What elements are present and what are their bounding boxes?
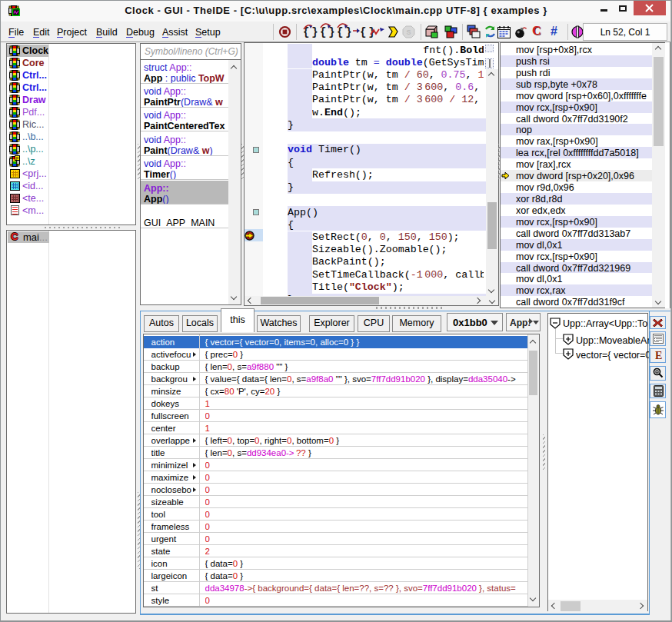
svg-text:S: S bbox=[406, 28, 411, 36]
